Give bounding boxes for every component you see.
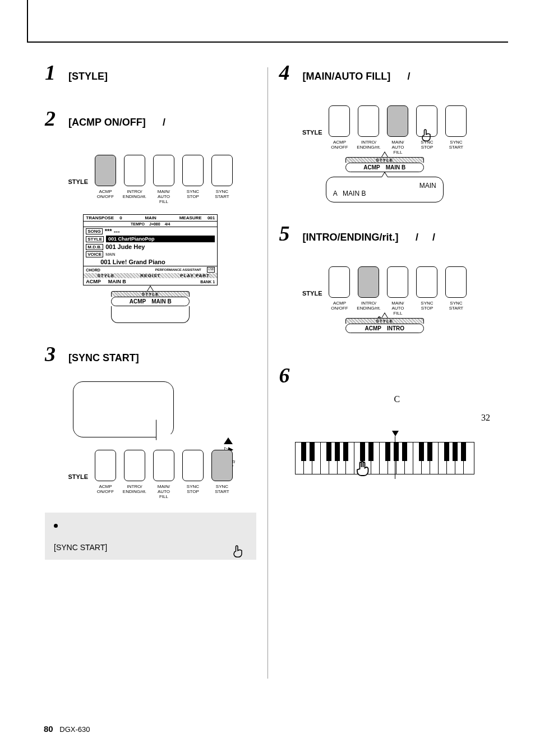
step-5: 5 [INTRO/ENDING/rit.] / /	[279, 223, 491, 244]
page-footer: 80 DGX-630	[44, 724, 90, 734]
step-title: [SYNC START]	[68, 352, 139, 364]
step5-button-4: SYNC START	[445, 266, 467, 298]
callout-step5: STYLE ACMP INTRO	[345, 318, 424, 333]
lcd-transpose: 0	[119, 215, 122, 220]
step-4: 4 [MAIN/AUTO FILL] /	[279, 62, 491, 83]
button-label: MAIN/ AUTO FILL	[158, 189, 170, 204]
step4-button-0: ACMP ON/OFF	[329, 105, 350, 137]
step-number: 5	[279, 223, 293, 244]
step6-32: 32	[481, 413, 490, 422]
step6-c: C	[394, 394, 400, 404]
left-column: 1 [STYLE] 2 [ACMP ON/OFF] / STYLE ACMP O…	[34, 56, 268, 701]
lcd-topbar: MAIN	[124, 215, 177, 220]
step2-button-4: SYNC START	[211, 155, 233, 186]
button-label: INTRO/ ENDING/rit.	[357, 301, 380, 311]
slashes: / /	[416, 232, 435, 243]
model-name: DGX-630	[59, 725, 90, 734]
lcd-perf: PERFORMANCE ASSISTANT	[155, 268, 201, 271]
lcd-tempo: J=080	[149, 222, 160, 226]
black-key	[394, 442, 399, 461]
black-key	[310, 442, 315, 461]
button-label: ACMP ON/OFF	[97, 484, 114, 494]
button-label: SYNC START	[215, 189, 229, 199]
step5-button-1: INTRO/ ENDING/rit.	[358, 266, 379, 298]
step4-button-1: INTRO/ ENDING/rit.	[358, 105, 379, 137]
step-number: 1	[45, 62, 58, 83]
step-title: [ACMP ON/OFF]	[68, 117, 146, 128]
lcd-chord-tag: CHORD	[86, 268, 100, 272]
black-key	[444, 442, 449, 461]
callout-stripe: STYLE	[345, 157, 424, 163]
lcd-display: TRANSPOSE 0 MAIN MEASURE 001 TEMPO J=080…	[83, 214, 218, 285]
panel-step4: STYLE ACMP ON/OFFINTRO/ ENDING/rit.MAIN/…	[279, 105, 491, 137]
lcd-style-name: 001 ChartPianoPop	[106, 236, 215, 242]
callout-desc-step4: MAIN A MAIN B	[326, 177, 444, 202]
note-text: [SYNC START]	[54, 543, 247, 552]
usb-icon: USB	[207, 267, 215, 273]
button-label: SYNC STOP	[187, 484, 199, 494]
button-label: INTRO/ ENDING/rit.	[123, 484, 146, 494]
style-label: STYLE	[68, 178, 88, 185]
button-label: MAIN/ AUTO FILL	[391, 301, 404, 316]
panel-step2: STYLE ACMP ON/OFFINTRO/ ENDING/rit.MAIN/…	[45, 155, 256, 186]
black-key	[360, 442, 365, 461]
callout-step2: STYLE ACMP MAIN B	[111, 291, 190, 323]
button-label: MAIN/ AUTO FILL	[158, 484, 170, 499]
step4-button-2: MAIN/ AUTO FILL	[387, 105, 408, 137]
lcd-measure: 001	[207, 215, 215, 220]
right-column: 4 [MAIN/AUTO FILL] / STYLE ACMP ON/OFFIN…	[268, 56, 502, 701]
black-key	[326, 442, 331, 461]
speech-bubble	[73, 381, 174, 437]
lcd-voice: 001 Live! Grand Piano	[100, 259, 165, 265]
black-key	[461, 442, 466, 461]
lcd-voice-tag: VOICE	[86, 251, 103, 257]
lcd-voice-sub: MAIN	[105, 252, 116, 256]
button-label: INTRO/ ENDING/rit.	[123, 189, 146, 199]
callout-acmp: ACMP	[363, 164, 380, 170]
callout-acmp: ACMP	[365, 325, 381, 331]
lcd-bank: BANK 1	[200, 280, 215, 284]
step-number: 6	[279, 365, 293, 386]
button-label: SYNC STOP	[187, 189, 199, 199]
step3-button-4: SYNC START	[211, 450, 233, 481]
step-1: 1 [STYLE]	[45, 62, 256, 83]
slash: /	[408, 71, 411, 82]
style-label: STYLE	[302, 129, 322, 136]
step-title: [STYLE]	[68, 71, 108, 82]
step3-button-0: ACMP ON/OFF	[95, 450, 116, 481]
panel-step3: STYLE ACMP ON/OFFINTRO/ ENDING/rit.MAIN/…	[45, 450, 256, 481]
lcd-transpose-label: TRANSPOSE	[86, 215, 114, 220]
note-bullet-line	[54, 520, 247, 531]
style-label: STYLE	[302, 290, 322, 297]
step-number: 4	[279, 62, 293, 83]
columns: 1 [STYLE] 2 [ACMP ON/OFF] / STYLE ACMP O…	[34, 56, 501, 701]
slash: /	[163, 117, 165, 128]
callout-mainb: MAIN B	[386, 164, 406, 170]
step2-button-1: INTRO/ ENDING/rit.	[124, 155, 145, 186]
black-key	[335, 442, 340, 461]
black-key	[343, 442, 348, 461]
callout-stripe: STYLE	[111, 291, 190, 297]
step3-button-1: INTRO/ ENDING/rit.	[124, 450, 145, 481]
desc-main: MAIN	[419, 182, 436, 190]
keyboard-diagram	[295, 442, 474, 474]
step-number: 2	[45, 108, 58, 129]
black-key	[301, 442, 306, 461]
step5-button-0: ACMP ON/OFF	[329, 266, 350, 298]
step4-button-4: SYNC START	[445, 105, 467, 137]
split-arrow-icon	[392, 431, 399, 436]
style-label: STYLE	[68, 473, 88, 480]
button-label: SYNC START	[215, 484, 229, 494]
lcd-style-tag: STYLE	[86, 236, 104, 242]
step2-button-0: ACMP ON/OFF	[95, 155, 116, 186]
callout-step4: STYLE ACMP MAIN B	[345, 157, 424, 172]
button-label: ACMP ON/OFF	[331, 140, 348, 150]
lcd-mainb: MAIN B	[108, 279, 126, 284]
lcd-mdb-tag: M.D.B.	[86, 244, 103, 250]
lcd-measure-label: MEASURE	[179, 215, 202, 220]
black-key	[453, 442, 458, 461]
lcd-acmp: ACMP	[86, 279, 101, 284]
callout-stripe: STYLE	[345, 318, 424, 324]
note-box: [SYNC START]	[45, 513, 256, 560]
lcd-song-tag: SONG	[86, 228, 103, 234]
